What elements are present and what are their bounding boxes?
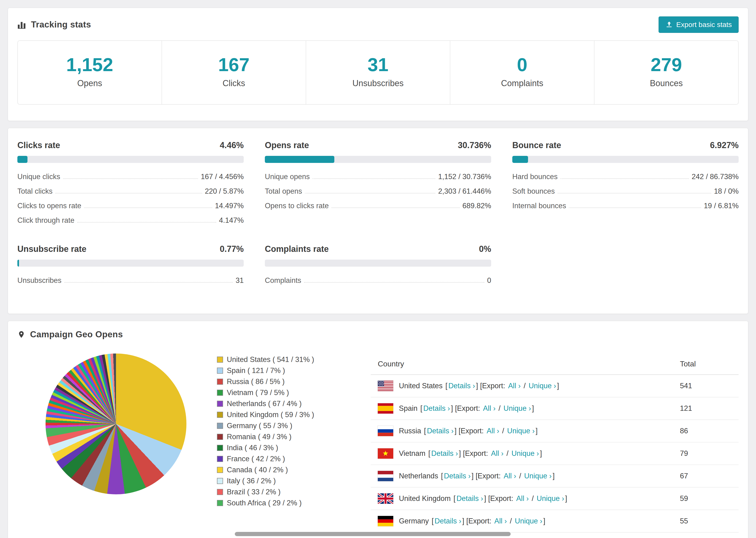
details-link[interactable]: Details ›	[449, 382, 475, 390]
rate-value: 30.736%	[458, 140, 491, 150]
metric-row: Complaints 0	[265, 273, 491, 288]
horizontal-scrollbar-thumb[interactable]	[235, 532, 511, 536]
export-unique-link[interactable]: Unique ›	[524, 472, 552, 480]
rate-title: Clicks rate	[17, 140, 60, 150]
export-label: Export:	[457, 404, 480, 412]
export-unique-link[interactable]: Unique ›	[512, 449, 539, 457]
details-link[interactable]: Details ›	[423, 404, 450, 412]
rate-title: Opens rate	[265, 140, 309, 150]
export-all-link[interactable]: All ›	[504, 472, 516, 480]
bracket: ]	[557, 382, 559, 390]
country-name: Germany	[399, 517, 429, 525]
metric-label: Soft bounces	[512, 187, 555, 195]
geo-table-header: Country Total	[371, 353, 739, 375]
legend-label: France ( 42 / 2% )	[227, 455, 285, 463]
metric-label: Clicks to opens rate	[17, 202, 81, 210]
bracket: [	[455, 404, 457, 412]
details-link[interactable]: Details ›	[431, 449, 458, 457]
dotted-leader	[558, 193, 711, 193]
progress-fill	[265, 156, 334, 163]
rate-metric-rows: Unique clicks 167 / 4.456% Total clicks …	[17, 170, 244, 228]
slash: /	[517, 472, 523, 480]
export-all-link[interactable]: All ›	[483, 404, 495, 412]
legend-item: France ( 42 / 2% )	[217, 455, 327, 463]
export-unique-link[interactable]: Unique ›	[537, 494, 564, 503]
legend-color-swatch	[217, 489, 223, 495]
export-all-link[interactable]: All ›	[495, 517, 507, 525]
export-all-link[interactable]: All ›	[516, 494, 529, 503]
country-name: Netherlands	[399, 472, 438, 480]
stat-label: Unsubscribes	[308, 79, 448, 88]
export-all-link[interactable]: All ›	[508, 382, 520, 390]
dotted-leader	[55, 193, 202, 193]
rate-value: 4.46%	[220, 140, 244, 150]
details-link[interactable]: Details ›	[435, 517, 461, 525]
legend-label: Canada ( 40 / 2% )	[227, 466, 288, 474]
bracket: [	[424, 427, 426, 435]
export-all-link[interactable]: All ›	[487, 427, 499, 435]
legend-color-swatch	[217, 423, 223, 429]
details-link[interactable]: Details ›	[427, 427, 454, 435]
metric-value: 2,303 / 61.446%	[438, 187, 491, 195]
bracket: ]	[553, 472, 555, 480]
legend-label: South Africa ( 29 / 2% )	[227, 499, 302, 507]
geo-table-body: United States [Details ›] [Export: All ›…	[371, 375, 739, 533]
slash: /	[522, 382, 528, 390]
legend-color-swatch	[217, 434, 223, 440]
country-name: United States	[399, 382, 443, 390]
rate-metric-rows: Unsubscribes 31	[17, 273, 244, 288]
pie-legend: United States ( 541 / 31% ) Spain ( 121 …	[217, 353, 327, 510]
column-header-country: Country	[378, 360, 680, 368]
metric-row: Soft bounces 18 / 0%	[512, 184, 739, 198]
slash: /	[497, 404, 503, 412]
metric-row: Clicks to opens rate 14.497%	[17, 198, 244, 213]
metric-label: Hard bounces	[512, 173, 558, 181]
rates-grid: Clicks rate 4.46% Unique clicks 167 / 4.…	[8, 128, 748, 314]
rate-title: Complaints rate	[265, 244, 329, 254]
export-unique-link[interactable]: Unique ›	[504, 404, 531, 412]
geo-table-row: Russia [Details ›] [Export: All › / Uniq…	[371, 420, 739, 443]
country-total: 67	[680, 472, 731, 480]
rates-card: Clicks rate 4.46% Unique clicks 167 / 4.…	[8, 128, 748, 314]
rate-metric-rows: Unique opens 1,152 / 30.736% Total opens…	[265, 170, 491, 213]
export-unique-link[interactable]: Unique ›	[515, 517, 542, 525]
legend-item: United Kingdom ( 59 / 3% )	[217, 410, 327, 419]
geo-table-row: Netherlands [Details ›] [Export: All › /…	[371, 465, 739, 488]
legend-color-swatch	[217, 401, 223, 407]
bracket: [	[454, 494, 456, 503]
bracket: ]	[476, 382, 478, 390]
geo-table-row: Germany [Details ›] [Export: All › / Uni…	[371, 510, 739, 533]
legend-item: Netherlands ( 67 / 4% )	[217, 400, 327, 408]
export-label: Export:	[460, 427, 484, 435]
bracket: ]	[484, 494, 486, 503]
export-label: Export:	[468, 517, 491, 525]
export-basic-stats-button[interactable]: Export basic stats	[659, 17, 739, 33]
bracket: [	[420, 404, 422, 412]
legend-item: Vietnam ( 79 / 5% )	[217, 389, 327, 397]
rate-panel: Opens rate 30.736% Unique opens 1,152 / …	[265, 140, 491, 228]
metric-row: Total opens 2,303 / 61.446%	[265, 184, 491, 198]
bracket: [	[428, 449, 430, 457]
export-unique-link[interactable]: Unique ›	[528, 382, 556, 390]
bracket: [	[445, 382, 448, 390]
metric-label: Unique clicks	[17, 173, 60, 181]
export-label: Export:	[490, 494, 513, 503]
summary-stat: 0 Complaints	[450, 41, 594, 104]
campaign-geo-opens-card: Campaign Geo Opens United States ( 541 /…	[8, 321, 748, 538]
rate-panel: Unsubscribe rate 0.77% Unsubscribes 31	[17, 244, 244, 288]
metric-label: Unique opens	[265, 173, 310, 181]
bracket: ]	[455, 427, 457, 435]
stat-value: 279	[597, 55, 736, 74]
dotted-leader	[64, 282, 233, 283]
progress-track	[512, 156, 739, 163]
stat-value: 0	[453, 55, 592, 74]
summary-stat: 167 Clicks	[162, 41, 306, 104]
dotted-leader	[63, 178, 198, 179]
details-link[interactable]: Details ›	[457, 494, 483, 503]
rate-panel: Clicks rate 4.46% Unique clicks 167 / 4.…	[17, 140, 244, 228]
export-all-link[interactable]: All ›	[491, 449, 503, 457]
export-unique-link[interactable]: Unique ›	[507, 427, 535, 435]
bracket: [	[459, 427, 460, 435]
details-link[interactable]: Details ›	[444, 472, 471, 480]
legend-color-swatch	[217, 478, 223, 484]
